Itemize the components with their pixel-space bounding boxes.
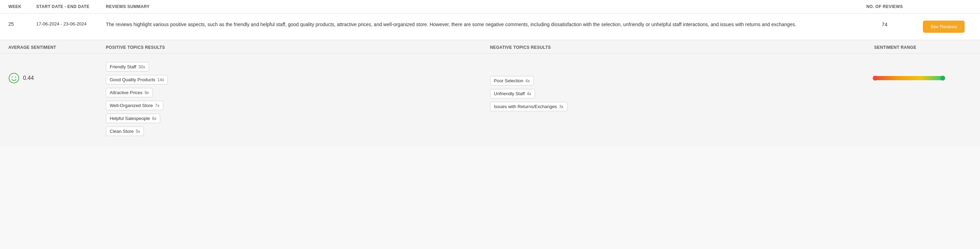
sentiment-range bbox=[874, 62, 972, 80]
topic-count: 30x bbox=[138, 64, 145, 69]
positive-topic-tag: Friendly Staff30x bbox=[106, 62, 149, 72]
topic-label: Well-Organized Store bbox=[110, 103, 153, 108]
positive-topic-tag: Clean Store5x bbox=[106, 126, 144, 136]
analytics-section: AVERAGE SENTIMENT POSITIVE TOPICS RESULT… bbox=[0, 40, 980, 147]
avg-sentiment-header: AVERAGE SENTIMENT bbox=[8, 45, 106, 50]
topic-label: Unfriendly Staff bbox=[494, 91, 525, 96]
topic-count: 3x bbox=[559, 104, 563, 109]
table-header: WEEK START DATE - END DATE REVIEWS SUMMA… bbox=[0, 0, 980, 14]
positive-topic-tag: Good Quality Products14x bbox=[106, 75, 168, 85]
gradient-bar bbox=[874, 76, 944, 80]
summary-text: The reviews highlight various positive a… bbox=[106, 21, 853, 28]
topic-label: Clean Store bbox=[110, 129, 134, 134]
topic-count: 4x bbox=[525, 78, 530, 83]
positive-topic-tag: Attractive Prices9x bbox=[106, 88, 153, 97]
topic-count: 5x bbox=[136, 129, 140, 134]
topic-label: Good Quality Products bbox=[110, 77, 155, 82]
positive-header: POSITIVE TOPICS RESULTS bbox=[106, 45, 490, 50]
smiley-icon bbox=[8, 73, 19, 84]
svg-point-2 bbox=[15, 77, 16, 78]
topic-label: Helpful Salespeople bbox=[110, 116, 150, 121]
analytics-body: 0.44 Friendly Staff30xGood Quality Produ… bbox=[0, 54, 980, 147]
topic-count: 4x bbox=[527, 91, 531, 96]
dates-value: 17-06-2024 - 23-06-2024 bbox=[36, 21, 106, 27]
range-header: SENTIMENT RANGE bbox=[874, 45, 972, 50]
range-max-dot bbox=[940, 76, 945, 81]
see-reviews-button[interactable]: See Reviews bbox=[923, 21, 965, 33]
positive-topics-list: Friendly Staff30xGood Quality Products14… bbox=[106, 62, 490, 136]
reviews-header: NO. OF REVIEWS bbox=[853, 4, 916, 9]
topic-label: Friendly Staff bbox=[110, 64, 136, 69]
summary-header: REVIEWS SUMMARY bbox=[106, 4, 853, 9]
negative-topic-tag: Unfriendly Staff4x bbox=[490, 89, 535, 98]
positive-topic-tag: Helpful Salespeople6x bbox=[106, 114, 160, 123]
sentiment-display: 0.44 bbox=[8, 62, 106, 84]
week-header: WEEK bbox=[8, 4, 36, 9]
range-min-dot bbox=[873, 76, 878, 81]
negative-topic-tag: Poor Selection4x bbox=[490, 76, 533, 85]
svg-point-0 bbox=[9, 73, 19, 83]
topic-count: 6x bbox=[152, 116, 157, 121]
week-value: 25 bbox=[8, 21, 36, 27]
negative-topic-tag: Issues with Returns/Exchanges3x bbox=[490, 102, 567, 111]
topic-label: Issues with Returns/Exchanges bbox=[494, 104, 557, 109]
review-count: 74 bbox=[853, 21, 916, 27]
negative-header: NEGATIVE TOPICS RESULTS bbox=[490, 45, 874, 50]
topic-label: Attractive Prices bbox=[110, 90, 142, 95]
sentiment-score: 0.44 bbox=[23, 75, 34, 81]
action-cell: See Reviews bbox=[916, 21, 972, 33]
topic-count: 9x bbox=[145, 90, 149, 95]
topic-count: 7x bbox=[155, 103, 159, 108]
topic-count: 14x bbox=[158, 77, 164, 82]
analytics-header: AVERAGE SENTIMENT POSITIVE TOPICS RESULT… bbox=[0, 40, 980, 54]
topic-label: Poor Selection bbox=[494, 78, 523, 83]
negative-topics-list: Poor Selection4xUnfriendly Staff4xIssues… bbox=[490, 62, 874, 111]
dates-header: START DATE - END DATE bbox=[36, 4, 106, 9]
table-row: 25 17-06-2024 - 23-06-2024 The reviews h… bbox=[0, 14, 980, 40]
positive-topic-tag: Well-Organized Store7x bbox=[106, 101, 163, 110]
main-container: WEEK START DATE - END DATE REVIEWS SUMMA… bbox=[0, 0, 980, 147]
svg-point-1 bbox=[12, 77, 13, 78]
